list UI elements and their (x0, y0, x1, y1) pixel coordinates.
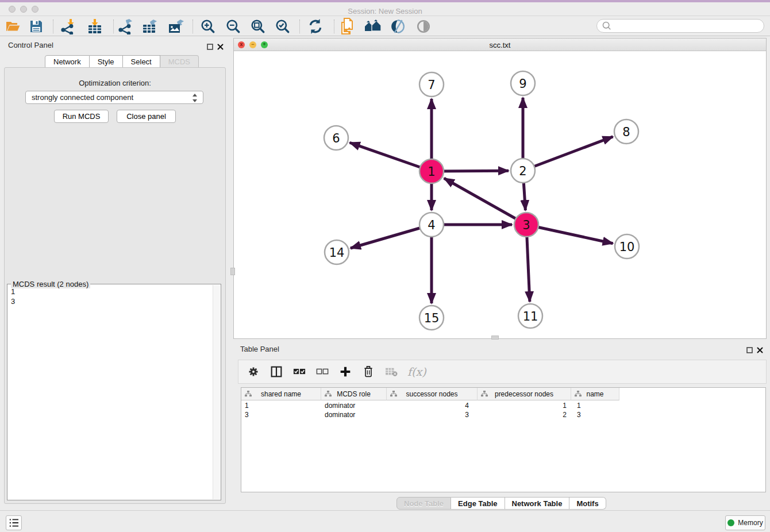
zoom-out-icon[interactable] (225, 18, 242, 35)
column-header-name[interactable]: name (571, 388, 619, 400)
graph-edge-1-6[interactable] (350, 142, 432, 171)
network-window-titlebar: x − + scc.txt (234, 38, 766, 51)
search-icon (602, 21, 612, 31)
graph-edge-3-1[interactable] (444, 178, 526, 225)
control-panel-close-icon[interactable] (217, 42, 224, 52)
vertical-splitter-grip[interactable] (230, 268, 235, 275)
cell-successor-nodes[interactable]: 3 (387, 410, 478, 419)
result-line: 3 (11, 296, 15, 306)
toolbar-separator (113, 20, 114, 33)
cell-MCDS-role[interactable]: dominator (321, 410, 387, 419)
zoom-fit-icon[interactable] (249, 18, 267, 35)
tab-network-table[interactable]: Network Table (505, 497, 570, 510)
search-input[interactable] (614, 21, 764, 31)
graph-node-label-14: 14 (329, 246, 345, 260)
mcds-result-title: MCDS result (2 nodes) (11, 280, 90, 288)
hide-icon (415, 18, 432, 35)
cell-predecessor-nodes[interactable]: 2 (478, 410, 571, 419)
result-scrollbar[interactable] (213, 285, 220, 499)
graph-node-label-8: 8 (622, 125, 630, 139)
delete-column-icon[interactable] (361, 365, 375, 379)
column-header-predecessor-nodes[interactable]: predecessor nodes (478, 388, 571, 400)
control-panel-float-icon[interactable] (207, 42, 213, 52)
cell-successor-nodes[interactable]: 4 (387, 401, 478, 410)
graph-node-label-7: 7 (428, 78, 435, 92)
hierarchy-icon (575, 391, 582, 397)
zoom-selected-icon[interactable] (274, 18, 291, 35)
close-panel-button[interactable]: Close panel (117, 110, 176, 123)
network-view-window: x − + scc.txt 7968124314101511 (233, 38, 767, 339)
tab-node-table[interactable]: Node Table (396, 497, 451, 510)
table-panel-close-icon[interactable] (757, 345, 763, 356)
hierarchy-icon (325, 391, 332, 397)
dropdown-stepper-icon (191, 93, 198, 103)
show-panels-button[interactable] (6, 515, 22, 530)
export-table-icon[interactable] (141, 18, 159, 35)
memory-button[interactable]: Memory (725, 515, 765, 530)
export-image-icon[interactable] (167, 18, 184, 35)
tab-motifs[interactable]: Motifs (569, 497, 606, 510)
save-session-icon[interactable] (28, 18, 45, 35)
toolbar-separator (299, 20, 300, 33)
import-network-icon[interactable] (59, 18, 76, 35)
network-window-title: scc.txt (234, 41, 766, 49)
table-panel-float-icon[interactable] (746, 345, 753, 356)
clone-network-icon[interactable] (339, 18, 356, 35)
add-column-icon[interactable] (338, 365, 352, 379)
table-row[interactable]: 3dominator323 (241, 410, 619, 419)
column-visibility-icon[interactable] (270, 365, 283, 379)
table-settings-gear-icon[interactable] (247, 365, 260, 379)
titlebar: Session: New Session (0, 2, 770, 16)
open-session-icon[interactable] (5, 18, 22, 35)
node-table: shared nameMCDS rolesuccessor nodesprede… (241, 387, 766, 492)
table-panel-title: Table Panel (240, 345, 279, 353)
criterion-dropdown[interactable]: strongly connected component (25, 91, 203, 104)
zoom-in-icon[interactable] (199, 18, 217, 35)
cell-shared-name[interactable]: 3 (241, 410, 321, 419)
cell-name[interactable]: 3 (571, 410, 619, 419)
column-header-successor-nodes[interactable]: successor nodes (387, 388, 478, 400)
delete-table-icon (384, 365, 398, 379)
control-panel-tabs: NetworkStyleSelectMCDS (45, 55, 199, 68)
graph-edge-2-8[interactable] (523, 137, 613, 171)
memory-button-label: Memory (738, 519, 763, 527)
window-title: Session: New Session (0, 7, 770, 16)
memory-status-dot (727, 519, 734, 526)
search-box[interactable] (596, 19, 764, 33)
tab-select[interactable]: Select (123, 55, 160, 68)
cell-MCDS-role[interactable]: dominator (321, 401, 387, 410)
graph-node-label-6: 6 (332, 132, 340, 145)
run-mcds-button[interactable]: Run MCDS (54, 110, 109, 123)
graph-node-label-15: 15 (424, 311, 440, 325)
function-builder-icon: f(x) (407, 365, 426, 378)
hierarchy-icon (390, 391, 397, 397)
export-network-icon[interactable] (117, 18, 134, 35)
mcds-result-group: MCDS result (2 nodes) 13 (7, 284, 221, 500)
select-all-rows-icon[interactable] (292, 365, 306, 379)
cell-shared-name[interactable]: 1 (241, 401, 321, 410)
column-header-MCDS-role[interactable]: MCDS role (321, 388, 387, 400)
result-line: 1 (11, 287, 15, 296)
vizmapper-icon[interactable] (389, 18, 406, 35)
control-panel-title: Control Panel (8, 41, 53, 49)
tab-mcds[interactable]: MCDS (160, 55, 199, 68)
tab-style[interactable]: Style (90, 55, 123, 68)
show-all-networks-icon[interactable] (364, 18, 382, 35)
column-header-shared-name[interactable]: shared name (241, 388, 321, 400)
mcds-result-list[interactable]: 13 (11, 287, 15, 306)
toolbar-separator (53, 20, 53, 33)
import-table-icon[interactable] (86, 18, 103, 35)
table-panel-tabs: Node TableEdge TableNetwork TableMotifs (396, 497, 606, 510)
table-row[interactable]: 1dominator411 (241, 401, 619, 410)
tab-edge-table[interactable]: Edge Table (451, 497, 505, 510)
tab-network[interactable]: Network (45, 55, 90, 68)
cell-name[interactable]: 1 (571, 401, 619, 410)
apply-layout-icon[interactable] (307, 18, 324, 35)
graph-node-label-4: 4 (428, 218, 435, 232)
graph-edge-3-10[interactable] (526, 225, 613, 244)
cell-predecessor-nodes[interactable]: 1 (478, 401, 571, 410)
horizontal-splitter-grip[interactable] (491, 336, 499, 340)
optimization-criterion-label: Optimization criterion: (4, 79, 226, 87)
network-canvas[interactable]: 7968124314101511 (234, 51, 766, 338)
deselect-all-rows-icon[interactable] (315, 365, 329, 379)
